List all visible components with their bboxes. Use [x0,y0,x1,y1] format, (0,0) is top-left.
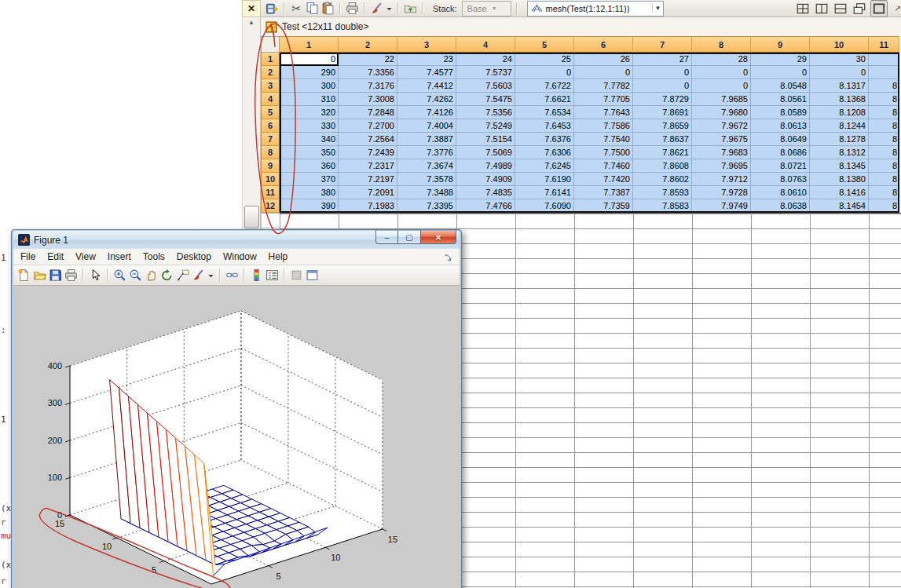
cell[interactable]: 30 [810,53,869,66]
cell[interactable]: 0 [280,53,339,66]
cell[interactable]: 7.6722 [515,79,574,93]
scrollbar-thumb[interactable] [244,206,259,228]
cell[interactable]: 27 [633,53,692,66]
cell[interactable]: 7.7387 [574,186,633,199]
cell[interactable]: 8.0638 [751,199,810,213]
cell[interactable]: 7.8729 [633,93,692,106]
cell[interactable]: 8 [869,186,899,199]
cell[interactable]: 7.8691 [633,106,692,119]
cell[interactable]: 8 [869,119,899,133]
brush-icon[interactable] [370,2,383,15]
cell[interactable]: 7.8608 [633,159,692,173]
column-header[interactable]: 7 [633,36,692,53]
cell[interactable]: 7.2091 [339,186,397,199]
plot-expression-combo[interactable]: mesh(Test(1:12,1:11)) ▼ [527,1,665,16]
cell[interactable]: 7.4766 [456,199,515,213]
column-header[interactable]: 4 [456,36,515,53]
column-header[interactable]: 1 [280,36,339,53]
cell[interactable]: 7.9712 [692,173,751,186]
maximize-button[interactable]: ▢ [398,230,420,244]
cell[interactable]: 7.5603 [456,79,515,93]
cell[interactable]: 25 [515,53,574,66]
cell[interactable]: 7.9672 [692,119,751,133]
row-header[interactable]: 1 [261,53,280,66]
cell[interactable]: 7.7420 [574,173,633,186]
menu-desktop[interactable]: Desktop [177,251,211,262]
cell[interactable]: 8.0763 [751,173,810,186]
cell[interactable]: 8.0548 [751,79,810,93]
cell[interactable]: 0 [574,66,633,79]
cell[interactable]: 24 [456,53,515,66]
cell[interactable]: 8.1312 [810,146,869,159]
print-icon[interactable] [346,2,359,15]
cell[interactable]: 7.4989 [456,159,515,173]
cell[interactable]: 22 [339,53,397,66]
cell[interactable]: 7.7359 [574,199,633,213]
zoom-in-icon[interactable] [113,268,126,282]
cell[interactable] [869,53,899,66]
cell[interactable]: 8.0561 [751,93,810,106]
cell[interactable]: 7.3488 [397,186,456,199]
panel-close-button[interactable]: ✕ [242,0,261,17]
menu-edit[interactable]: Edit [47,251,64,262]
new-doc-icon[interactable] [17,268,31,282]
cell[interactable]: 28 [692,53,751,66]
cell[interactable]: 7.9685 [692,93,751,106]
folder-up-icon[interactable] [404,2,417,15]
row-header[interactable]: 9 [261,159,280,173]
cell[interactable]: 8.0649 [751,133,810,146]
cell[interactable]: 7.6090 [515,199,574,213]
cell[interactable]: 26 [574,53,633,66]
cell[interactable]: 7.4835 [456,186,515,199]
cell[interactable]: 350 [280,146,339,159]
cell[interactable]: 7.7500 [574,146,633,159]
cell[interactable]: 7.1983 [339,199,397,213]
cell[interactable]: 0 [810,66,869,79]
row-header[interactable]: 8 [261,146,280,159]
menu-file[interactable]: File [20,251,35,262]
cell[interactable]: 7.5737 [456,66,515,79]
cell[interactable]: 300 [280,79,339,93]
cell[interactable]: 7.9680 [692,106,751,119]
cell[interactable]: 8 [869,146,899,159]
cell[interactable]: 8.0610 [751,186,810,199]
cell[interactable]: 7.8602 [633,173,692,186]
cell[interactable]: 7.5154 [456,133,515,146]
cell[interactable]: 7.7643 [574,106,633,119]
minimize-button[interactable]: – [375,230,398,244]
stack-dropdown[interactable]: Base ▼ [462,1,511,16]
cell[interactable]: 7.4909 [456,173,515,186]
menu-window[interactable]: Window [223,251,257,262]
cell[interactable]: 370 [280,173,339,186]
cell[interactable]: 7.8659 [633,119,692,133]
cell[interactable]: 0 [633,66,692,79]
cell[interactable]: 7.6141 [515,186,574,199]
layout-vsplit-icon[interactable] [814,1,830,16]
cell[interactable]: 7.2197 [339,173,397,186]
datatip-icon[interactable] [176,268,189,282]
cell[interactable]: 7.6190 [515,173,574,186]
cursor-icon[interactable] [89,268,102,282]
menu-help[interactable]: Help [269,251,288,262]
row-header[interactable]: 5 [261,106,280,119]
column-header[interactable]: 11 [869,36,899,53]
cell[interactable]: 7.9683 [692,146,751,159]
cell[interactable]: 8.1244 [810,119,869,133]
cell[interactable]: 8.1454 [810,199,869,213]
cell[interactable]: 7.2564 [339,133,397,146]
rotate-icon[interactable] [160,268,174,282]
cell[interactable]: 8 [869,159,899,173]
cell[interactable]: 7.2317 [339,159,397,173]
cell[interactable]: 8.0589 [751,106,810,119]
cell[interactable]: 29 [751,53,810,66]
cell[interactable]: 8 [869,173,899,186]
row-header[interactable]: 7 [261,133,280,146]
layout-single-icon[interactable] [870,0,888,17]
cell[interactable]: 23 [397,53,456,66]
cell[interactable]: 7.3008 [339,93,397,106]
dock-arrow-icon[interactable] [443,252,452,261]
cell[interactable]: 0 [633,79,692,93]
figure-canvas[interactable]: 01002003004005101551015 [13,286,460,588]
cell[interactable]: 8.0613 [751,119,810,133]
cell[interactable]: 8 [869,79,899,93]
